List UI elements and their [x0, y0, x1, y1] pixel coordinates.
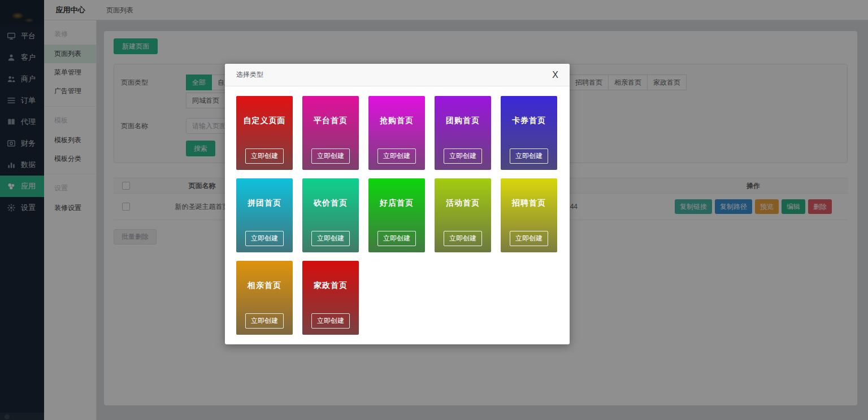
type-card-shop-home[interactable]: 好店首页立即创建	[368, 178, 425, 252]
create-now-button[interactable]: 立即创建	[245, 231, 284, 246]
type-card-title: 自定义页面	[236, 116, 293, 126]
admin-app: 平台客户商户订单代理财务数据应用设置 应用中心 页面列表 装修页面列表菜单管理广…	[0, 0, 868, 420]
type-card-flash-home[interactable]: 抢购首页立即创建	[368, 96, 425, 170]
modal-title: 选择类型	[236, 70, 263, 80]
select-type-modal: 选择类型 X 自定义页面立即创建平台首页立即创建抢购首页立即创建团购首页立即创建…	[225, 64, 570, 344]
type-card-title: 好店首页	[368, 198, 425, 208]
type-card-platform-home[interactable]: 平台首页立即创建	[302, 96, 359, 170]
create-now-button[interactable]: 立即创建	[311, 313, 350, 329]
close-icon[interactable]: X	[552, 71, 558, 80]
create-now-button[interactable]: 立即创建	[245, 148, 284, 164]
type-card-title: 招聘首页	[501, 198, 557, 208]
type-card-activity-home[interactable]: 活动首页立即创建	[435, 178, 491, 252]
type-card-title: 相亲首页	[236, 281, 293, 291]
type-card-coupon-home[interactable]: 卡券首页立即创建	[501, 96, 557, 170]
type-card-custom-page[interactable]: 自定义页面立即创建	[236, 96, 293, 170]
page-type-card-grid: 自定义页面立即创建平台首页立即创建抢购首页立即创建团购首页立即创建卡券首页立即创…	[225, 86, 570, 344]
create-now-button[interactable]: 立即创建	[444, 231, 482, 246]
type-card-title: 家政首页	[302, 281, 359, 291]
create-now-button[interactable]: 立即创建	[245, 313, 284, 329]
type-card-groupbuy-home[interactable]: 团购首页立即创建	[435, 96, 491, 170]
type-card-title: 团购首页	[435, 116, 491, 126]
type-card-title: 活动首页	[435, 198, 491, 208]
create-now-button[interactable]: 立即创建	[377, 148, 416, 164]
type-card-title: 卡券首页	[501, 116, 557, 126]
type-card-title: 平台首页	[302, 116, 359, 126]
create-now-button[interactable]: 立即创建	[510, 148, 548, 164]
type-card-dating-home[interactable]: 相亲首页立即创建	[236, 261, 293, 335]
type-card-housekeeping-home[interactable]: 家政首页立即创建	[302, 261, 359, 335]
type-card-title: 抢购首页	[368, 116, 425, 126]
modal-header: 选择类型 X	[225, 64, 570, 86]
create-now-button[interactable]: 立即创建	[377, 231, 416, 246]
create-now-button[interactable]: 立即创建	[311, 148, 350, 164]
type-card-title: 拼团首页	[236, 198, 293, 208]
create-now-button[interactable]: 立即创建	[444, 148, 482, 164]
type-card-title: 砍价首页	[302, 198, 359, 208]
type-card-pintuan-home[interactable]: 拼团首页立即创建	[236, 178, 293, 252]
type-card-job-home[interactable]: 招聘首页立即创建	[501, 178, 557, 252]
type-card-bargain-home[interactable]: 砍价首页立即创建	[302, 178, 359, 252]
create-now-button[interactable]: 立即创建	[510, 231, 548, 246]
create-now-button[interactable]: 立即创建	[311, 231, 350, 246]
